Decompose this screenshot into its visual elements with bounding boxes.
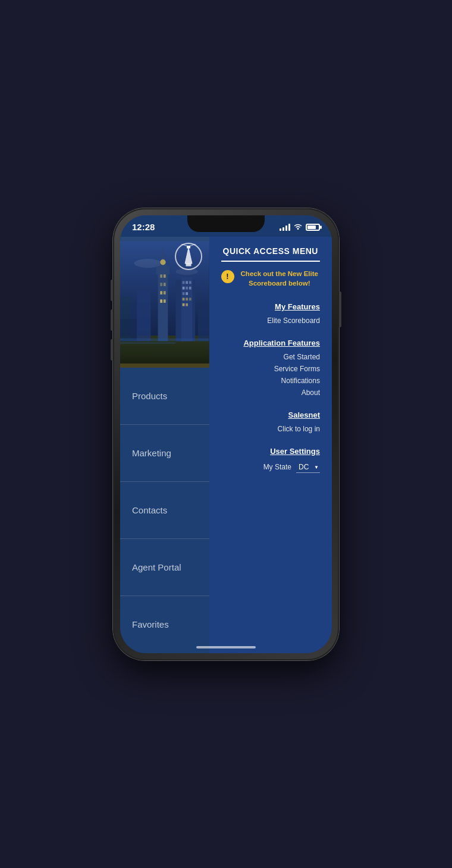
svg-rect-17 — [160, 299, 162, 303]
svg-rect-14 — [164, 283, 166, 286]
svg-rect-9 — [156, 266, 170, 274]
menu-title: QUICK ACCESS MENU — [221, 246, 320, 262]
left-panel: Products Marketing Contacts Agent Portal… — [120, 237, 209, 653]
status-icons — [280, 223, 320, 231]
phone-frame: 12:28 — [113, 208, 339, 660]
home-indicator — [196, 646, 256, 648]
svg-rect-36 — [120, 319, 137, 341]
alert-text: Check out the New Elite Scoreboard below… — [239, 269, 320, 288]
main-content: Products Marketing Contacts Agent Portal… — [120, 237, 332, 653]
salesnet-login-item[interactable]: Click to log in — [221, 423, 320, 435]
svg-rect-31 — [186, 297, 188, 300]
phone-screen: 12:28 — [120, 215, 332, 653]
about-item[interactable]: About — [221, 387, 320, 399]
service-forms-item[interactable]: Service Forms — [221, 363, 320, 375]
svg-rect-38 — [120, 342, 175, 344]
state-label: My State — [263, 463, 291, 471]
state-select-wrapper[interactable]: DC AL AK AZ CA NY TX — [296, 462, 320, 473]
svg-marker-39 — [185, 247, 192, 264]
notch — [187, 215, 265, 232]
nav-item-products[interactable]: Products — [120, 368, 209, 424]
app-features-header[interactable]: Application Features — [221, 339, 320, 347]
state-dropdown[interactable]: DC AL AK AZ CA NY TX — [296, 462, 320, 473]
svg-rect-29 — [186, 292, 188, 295]
svg-line-43 — [189, 244, 196, 247]
nav-item-favorites[interactable]: Favorites — [120, 596, 209, 653]
svg-rect-15 — [160, 291, 162, 294]
svg-rect-34 — [186, 303, 188, 306]
svg-rect-24 — [189, 281, 192, 284]
battery-icon — [306, 224, 320, 231]
user-settings-header[interactable]: User Settings — [221, 447, 320, 456]
svg-rect-23 — [186, 281, 188, 284]
alert-row: ! Check out the New Elite Scoreboard bel… — [221, 269, 320, 288]
state-row: My State DC AL AK AZ CA NY TX — [221, 462, 320, 473]
app-logo — [175, 243, 202, 270]
svg-rect-30 — [183, 297, 185, 300]
svg-rect-26 — [186, 286, 188, 289]
svg-rect-16 — [164, 291, 166, 294]
svg-rect-37 — [120, 338, 209, 341]
status-time: 12:28 — [132, 222, 155, 232]
svg-rect-18 — [164, 299, 166, 303]
svg-rect-28 — [183, 292, 185, 295]
left-nav: Products Marketing Contacts Agent Portal… — [120, 368, 209, 653]
svg-point-0 — [297, 228, 299, 230]
get-started-item[interactable]: Get Started — [221, 351, 320, 363]
svg-rect-32 — [189, 297, 192, 300]
svg-rect-33 — [183, 303, 185, 306]
svg-rect-7 — [137, 291, 150, 341]
svg-line-42 — [181, 244, 189, 247]
nav-item-contacts[interactable]: Contacts — [120, 481, 209, 538]
my-features-header[interactable]: My Features — [221, 302, 320, 311]
notifications-item[interactable]: Notifications — [221, 375, 320, 387]
svg-rect-12 — [164, 274, 166, 278]
city-image — [120, 237, 209, 368]
svg-rect-25 — [183, 286, 185, 289]
svg-rect-40 — [186, 264, 191, 267]
svg-rect-35 — [198, 308, 209, 341]
svg-rect-13 — [160, 283, 162, 286]
elite-scoreboard-item[interactable]: Elite Scoreboard — [221, 315, 320, 327]
signal-icon — [280, 224, 290, 231]
salesnet-header[interactable]: Salesnet — [221, 411, 320, 419]
alert-icon: ! — [221, 270, 234, 283]
svg-point-19 — [160, 259, 165, 265]
quick-access-menu: QUICK ACCESS MENU ! Check out the New El… — [209, 237, 332, 653]
svg-rect-8 — [158, 268, 168, 340]
svg-rect-27 — [189, 286, 192, 289]
nav-item-agent-portal[interactable]: Agent Portal — [120, 538, 209, 596]
wifi-icon — [293, 223, 303, 231]
svg-rect-22 — [183, 281, 185, 284]
svg-rect-11 — [160, 274, 162, 278]
nav-item-marketing[interactable]: Marketing — [120, 424, 209, 481]
